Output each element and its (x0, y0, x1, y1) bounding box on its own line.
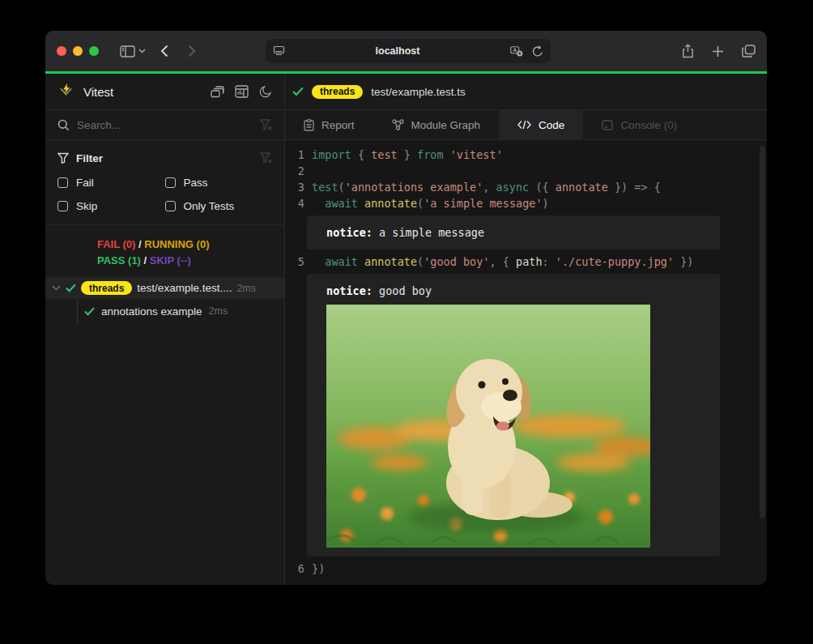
zoom-window-button[interactable] (89, 46, 99, 56)
tab-code[interactable]: Code (499, 110, 583, 139)
annotation-notice: notice: good boy (307, 274, 720, 557)
coverage-dashboard-icon[interactable] (235, 85, 249, 98)
console-icon (602, 120, 613, 130)
test-file-duration: 2ms (236, 283, 256, 294)
module-graph-icon (392, 119, 404, 130)
annotation-attachment-image (326, 305, 650, 548)
address-bar[interactable]: localhost (266, 39, 551, 63)
running-count: RUNNING (0) (144, 238, 209, 250)
test-case-row[interactable]: annotations example 2ms (45, 299, 284, 323)
tab-module-graph[interactable]: Module Graph (373, 110, 500, 139)
scrollbar[interactable] (760, 146, 765, 518)
pass-check-icon (84, 307, 95, 316)
pass-count: PASS (1) (97, 254, 141, 267)
file-path: test/example.test.ts (371, 86, 465, 98)
clear-search-filter-icon[interactable] (260, 119, 272, 130)
back-button[interactable] (160, 45, 168, 58)
line-number: 5 (285, 254, 304, 270)
line-number: 3 (285, 179, 304, 195)
checkbox-icon (165, 177, 176, 188)
page-format-icon[interactable] (273, 45, 285, 57)
code-line: 1import { test } from 'vitest' (285, 147, 767, 163)
line-number: 4 (285, 195, 304, 211)
filter-checkbox-pass[interactable]: Pass (165, 174, 273, 191)
tab-report[interactable]: Report (285, 110, 373, 139)
code-line: 3test('annotations example', async ({ an… (285, 179, 767, 195)
sidebar-toggle-icon[interactable] (120, 45, 135, 58)
test-file-row[interactable]: threads test/example.test.... 2ms (45, 277, 284, 299)
code-view: 1import { test } from 'vitest'23test('an… (285, 140, 767, 585)
code-line: 2 (285, 163, 767, 179)
close-window-button[interactable] (57, 46, 66, 56)
test-case-name: annotations example (101, 305, 202, 318)
pool-badge: threads (312, 85, 363, 99)
clear-filters-icon[interactable] (260, 152, 272, 164)
checkbox-icon (57, 201, 68, 211)
annotation-type-label: notice: (326, 226, 372, 239)
search-icon (57, 119, 70, 131)
filter-title: Filter (76, 152, 103, 164)
pool-badge: threads (81, 281, 132, 295)
pass-check-icon (66, 284, 76, 292)
translate-icon[interactable] (510, 46, 524, 57)
pass-check-icon (292, 87, 304, 96)
test-tree: threads test/example.test.... 2ms annota… (45, 277, 284, 585)
search-input[interactable] (77, 119, 253, 131)
sidebar: Vitest (45, 74, 285, 585)
reload-icon[interactable] (532, 45, 543, 58)
url-text[interactable]: localhost (285, 45, 510, 57)
line-number: 6 (285, 561, 304, 577)
annotation-text: notice: a simple message (326, 224, 700, 241)
app-title: Vitest (83, 85, 113, 99)
tab-console[interactable]: Console (0) (583, 110, 696, 139)
test-summary: FAIL (0) / RUNNING (0) PASS (1) / SKIP (… (45, 225, 284, 277)
main-panel: threads test/example.test.ts Report (285, 74, 767, 585)
view-tabs: Report Module Graph (285, 110, 767, 140)
filter-checkbox-fail[interactable]: Fail (57, 174, 165, 191)
annotation-notice: notice: a simple message (307, 215, 720, 249)
dark-mode-toggle-icon[interactable] (259, 85, 272, 98)
file-header: threads test/example.test.ts (285, 74, 767, 110)
tab-overview-icon[interactable] (742, 45, 756, 58)
code-line: 6}) (285, 561, 767, 577)
code-line: 5 await annotate('good boy', { path: './… (285, 254, 767, 270)
vitest-logo-icon (57, 83, 75, 100)
sidebar-header: Vitest (45, 74, 284, 110)
browser-toolbar: localhost (45, 31, 767, 71)
skip-count: SKIP (--) (150, 254, 191, 267)
new-tab-icon[interactable] (712, 45, 724, 58)
tree-guide-line (77, 299, 78, 323)
filter-checkbox-skip[interactable]: Skip (57, 198, 165, 215)
minimize-window-button[interactable] (73, 46, 83, 56)
checkbox-icon (165, 201, 176, 211)
chevron-down-icon[interactable] (52, 285, 61, 291)
test-file-name: test/example.test.... (137, 282, 232, 294)
collapse-panels-icon[interactable] (211, 86, 224, 98)
checkbox-icon (57, 177, 68, 188)
line-number: 1 (285, 147, 304, 163)
funnel-icon (57, 152, 69, 164)
sidebar-chevron-icon[interactable] (138, 49, 146, 53)
code-line: 4 await annotate('a simple message') (285, 195, 767, 211)
filter-section: Filter Fail Pass (45, 140, 284, 225)
filter-checkbox-only-tests[interactable]: Only Tests (165, 198, 273, 215)
code-icon (517, 120, 531, 130)
annotation-type-label: notice: (326, 284, 372, 297)
share-icon[interactable] (682, 44, 694, 58)
test-case-duration: 2ms (209, 305, 228, 317)
fail-count: FAIL (0) (97, 238, 135, 250)
annotation-text: notice: good boy (326, 283, 700, 299)
report-icon (304, 119, 314, 131)
forward-button[interactable] (188, 45, 196, 58)
browser-window: localhost (45, 31, 767, 585)
line-number: 2 (285, 163, 304, 179)
search-row (45, 110, 284, 140)
traffic-lights (57, 46, 99, 56)
